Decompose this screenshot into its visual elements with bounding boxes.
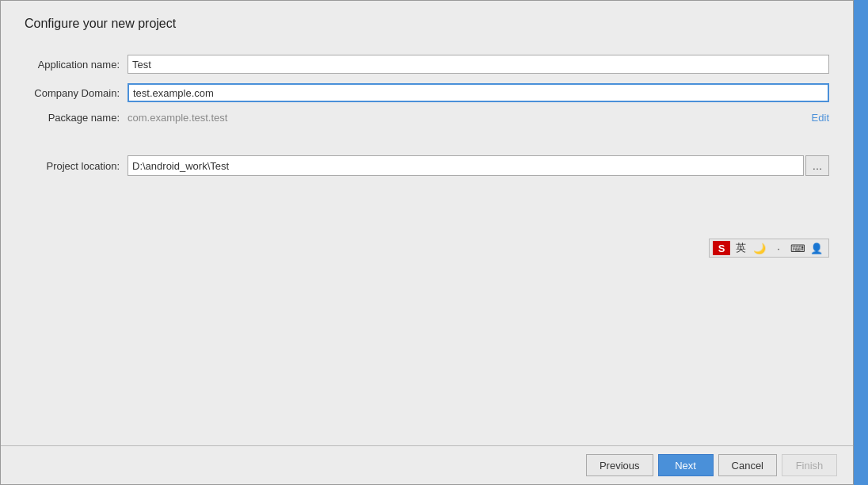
application-name-input[interactable] xyxy=(128,55,829,74)
previous-button[interactable]: Previous xyxy=(586,454,653,476)
main-window: Configure your new project Application n… xyxy=(0,0,854,485)
package-name-label: Package name: xyxy=(25,112,128,124)
content-area: Configure your new project Application n… xyxy=(1,1,853,445)
edit-link[interactable]: Edit xyxy=(812,112,829,124)
moon-ime-icon[interactable]: 🌙 xyxy=(751,241,768,255)
company-domain-row: Company Domain: xyxy=(25,83,829,102)
browse-icon: … xyxy=(813,160,823,172)
package-right: com.example.test.test Edit xyxy=(128,112,829,124)
next-button[interactable]: Next xyxy=(658,454,714,476)
keyboard-ime-icon[interactable]: ⌨ xyxy=(789,241,806,255)
application-name-label: Application name: xyxy=(25,59,128,71)
browse-button[interactable]: … xyxy=(805,155,829,176)
person-ime-icon[interactable]: 👤 xyxy=(808,241,825,255)
cancel-button[interactable]: Cancel xyxy=(718,454,777,476)
right-sidebar xyxy=(854,0,868,485)
application-name-row: Application name: xyxy=(25,55,829,74)
project-location-input[interactable] xyxy=(128,155,804,176)
page-title: Configure your new project xyxy=(25,17,829,31)
dot-ime-icon[interactable]: · xyxy=(770,241,787,255)
bottom-bar: Previous Next Cancel Finish xyxy=(1,445,853,484)
ime-toolbar: S 英 🌙 · ⌨ 👤 xyxy=(709,239,829,258)
form-section: Application name: Company Domain: Packag… xyxy=(25,55,829,124)
project-location-section: Project location: … xyxy=(25,155,829,176)
package-name-value: com.example.test.test xyxy=(128,112,227,124)
company-domain-label: Company Domain: xyxy=(25,87,128,99)
finish-button[interactable]: Finish xyxy=(782,454,837,476)
sogou-ime-icon[interactable]: S xyxy=(713,241,730,255)
company-domain-input[interactable] xyxy=(128,83,829,102)
project-location-row: Project location: … xyxy=(25,155,829,176)
project-location-label: Project location: xyxy=(25,160,128,172)
package-name-row: Package name: com.example.test.test Edit xyxy=(25,112,829,124)
english-ime-icon[interactable]: 英 xyxy=(732,241,749,255)
